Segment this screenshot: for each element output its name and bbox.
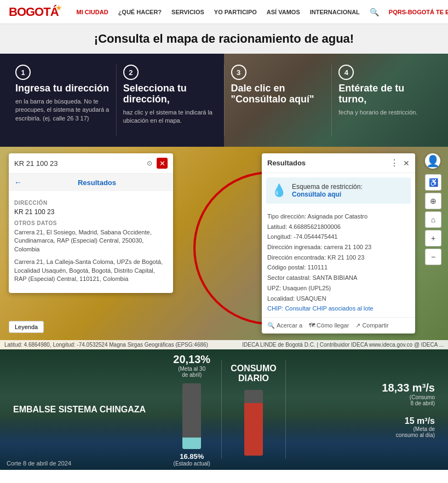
step-1-number: 1 [15,65,31,80]
nav-pqrs[interactable]: PQRS-BOGOTÁ TE ESCUCHA [389,9,448,15]
directions-icon: 🗺 [309,322,315,329]
restriction-banner: 💧 Esquema de restricción: Consúltalo aqu… [266,177,411,204]
accessibility-button[interactable]: ♿ [425,174,441,191]
main-nav: MI CIUDAD ¿QUÉ HACER? SERVICIOS YO PARTI… [77,8,448,16]
search-icon[interactable]: 🔍 [370,8,379,16]
direction-label: DIRECCIÓN [14,200,168,206]
step-3: 3 Dale clic en "Consúltalo aquí" [225,65,332,136]
step-2-title: Selecciona tu dirección, [123,83,217,105]
embalse-area: EMBALSE SISTEMA CHINGAZA [0,349,162,470]
search-panel: ⊙ ✕ ← Resultados DIRECCIÓN KR 21 100 23 … [9,153,173,293]
compartir-button[interactable]: ↗ Compartir [355,322,388,329]
steps-section: 1 Ingresa tu dirección en la barra de bú… [0,54,448,147]
embalse-percent-sub: (Meta al 30 de abril) [178,366,205,378]
map-attribution: Latitud: 4.6864980, Longitud: -74.053252… [0,340,448,349]
legend-button[interactable]: Leyenda [9,321,44,333]
results-popup: Resultados ⋮ ✕ 💧 Esquema de restricción:… [262,153,415,334]
stats-footer-date: Corte 8 de abril de 2024 [7,460,71,467]
popup-more-icon[interactable]: ⋮ [390,158,399,168]
popup-dir-ingresada: Dirección ingresada: carrera 21 100 23 [267,242,410,252]
restriction-link[interactable]: Consúltalo aquí [292,191,363,198]
popup-upz: UPZ: Usaquen (UPL25) [267,283,410,294]
acercar-icon: 🔍 [267,322,275,329]
nav-servicios[interactable]: SERVICIOS [171,9,204,15]
step-1: 1 Ingresa tu dirección en la barra de bú… [9,65,117,136]
embalse-stats: 20,13% (Meta al 30 de abril) 16.85% (Est… [162,349,221,470]
step-4-number: 4 [338,65,354,80]
embalse-bar-fill [182,438,201,449]
acercar-label: Acercar a [277,322,302,329]
consumo-bar-fill [244,403,263,456]
step-3-number: 3 [231,65,246,80]
popup-dir-encontrada: Dirección encontrada: KR 21 100 23 [267,252,410,263]
search-close-button[interactable]: ✕ [157,158,168,169]
search-bar: ⊙ ✕ [9,153,173,174]
search-input[interactable] [14,159,142,168]
embalse-percent-big: 20,13% [173,353,210,366]
zoom-out-button[interactable]: − [425,249,441,265]
step-2-number: 2 [123,65,139,80]
popup-sector-catastral: Sector catastral: SANTA BIBIANA [267,273,410,283]
popup-latitud: Latitud: 4.66885621800006 [267,222,410,232]
embalse-current-percent: 16.85% [180,452,204,461]
nav-internacional[interactable]: INTERNACIONAL [310,9,360,15]
site-header: BOGOTÁ ★ MI CIUDAD ¿QUÉ HACER? SERVICIOS… [0,0,448,24]
m3-stats: 18,33 m³/s (Consumo 8 de abril) 15 m³/s … [286,349,448,470]
acercar-button[interactable]: 🔍 Acercar a [267,322,302,329]
step-4-title: Entérate de tu turno, [338,83,433,105]
popup-title: Resultados [267,159,306,167]
nav-yo-participo[interactable]: YO PARTICIPO [214,9,257,15]
banner-title: ¡Consulta el mapa de racionamiento de ag… [0,24,448,54]
home-button[interactable]: ⌂ [425,211,441,228]
nav-que-hacer[interactable]: ¿QUÉ HACER? [118,9,162,15]
logo-star-icon: ★ [55,3,62,12]
consumo-area: CONSUMO DIARIO [222,349,285,470]
meta-m3: 15 m³/s [405,416,435,426]
step-2: 2 Selecciona tu dirección, haz clic y el… [117,65,225,136]
nav-asi-vamos[interactable]: ASÍ VAMOS [267,9,300,15]
gps-button[interactable]: ⊕ [425,193,441,209]
step-4: 4 Entérate de tu turno, fecha y horario … [332,65,439,136]
results-panel-title: Resultados [26,179,168,187]
embalse-bar-outer [182,383,201,449]
consumo-bar-wrapper [244,390,263,456]
map-ideca: IDECA LINDE de Bogotá D.C. | Contribuido… [242,342,444,348]
popup-tipo-dir: Tipo dirección: Asignada por Catastro [267,211,410,222]
meta-sub: (Meta de consumo al día) [396,426,435,438]
map-section[interactable]: 👤 ⊙ ✕ ← Resultados DIRECCIÓN KR 21 100 2… [0,147,448,349]
como-llegar-label: Cómo llegar [317,322,349,329]
other-result-0[interactable]: Carrera 21, El Sosiego, Madrid, Sabana O… [14,228,168,254]
m3-sub: (Consumo 8 de abril) [410,394,435,406]
step-1-title: Ingresa tu dirección [15,83,110,94]
m3-big: 18,33 m³/s [382,382,435,394]
other-result-1[interactable]: Carrera 21, La Calleja-Santa Coloma, UPZ… [14,258,168,283]
popup-codigo-postal: Código postal: 110111 [267,262,410,273]
popup-chip[interactable]: CHIP: Consultar CHIP asociados al lote [267,303,410,314]
como-llegar-button[interactable]: 🗺 Cómo llegar [309,322,349,329]
popup-longitud: Longitud: -74.0544475441 [267,232,410,242]
address-result[interactable]: KR 21 100 23 [14,208,168,216]
results-back-button[interactable]: ← [14,178,22,187]
popup-localidad: Localidad: USAQUEN [267,294,410,304]
restriction-label: Esquema de restricción: [292,183,363,191]
step-1-desc: en la barra de búsqueda. No te preocupes… [15,97,110,123]
popup-header: Resultados ⋮ ✕ [262,153,415,173]
popup-footer: 🔍 Acercar a 🗺 Cómo llegar ↗ Compartir [262,317,415,334]
other-data-label: OTROS DATOS [14,220,168,226]
search-clear-button[interactable]: ⊙ [147,159,152,167]
popup-close-button[interactable]: ✕ [403,159,410,168]
zoom-in-button[interactable]: + [425,230,441,246]
water-drop-icon: 💧 [272,183,286,198]
popup-actions: ⋮ ✕ [390,158,410,168]
compartir-label: Compartir [362,322,388,329]
nav-mi-ciudad[interactable]: MI CIUDAD [77,9,108,15]
stats-container: EMBALSE SISTEMA CHINGAZA 20,13% (Meta al… [0,349,448,470]
map-controls: ♿ ⊕ ⌂ + − [425,174,441,265]
user-account-icon[interactable]: 👤 [425,153,440,169]
step-2-desc: haz clic y el sistema te indicará la ubi… [123,108,217,125]
embalse-current-sub: (Estado actual) [174,461,210,467]
logo-text: BOGOTÁ [9,5,59,19]
logo[interactable]: BOGOTÁ ★ [9,5,66,19]
step-3-title: Dale clic en "Consúltalo aquí" [231,83,325,105]
popup-details: Tipo dirección: Asignada por Catastro La… [262,208,415,317]
